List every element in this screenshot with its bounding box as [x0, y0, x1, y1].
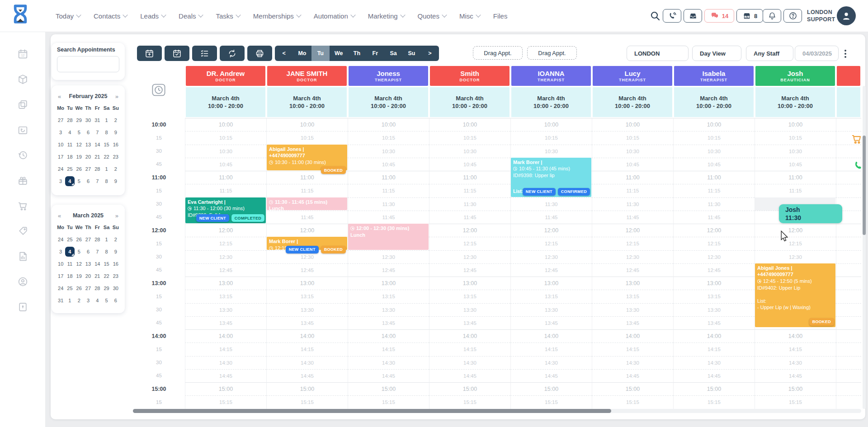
nav-item-automation[interactable]: Automation: [314, 12, 355, 20]
time-cell[interactable]: 10:00: [348, 118, 429, 131]
time-cell[interactable]: 12:30: [510, 250, 592, 263]
time-cell[interactable]: 14:00: [429, 329, 510, 343]
time-cell[interactable]: 12:45: [429, 263, 510, 277]
calendar-day[interactable]: 19: [75, 154, 84, 160]
time-cell[interactable]: 14:00: [266, 329, 348, 343]
calendar-day[interactable]: 26: [75, 166, 84, 172]
time-cell[interactable]: 11:30: [429, 197, 510, 211]
calendar-day[interactable]: 24: [56, 237, 65, 242]
current-user-label[interactable]: LONDON SUPPORT: [807, 9, 835, 23]
time-cell[interactable]: [836, 369, 861, 382]
time-cell[interactable]: 13:30: [592, 303, 673, 316]
day-button-fr[interactable]: Fr: [366, 46, 384, 61]
time-cell[interactable]: 15:00: [185, 382, 266, 395]
task-list-button[interactable]: [192, 46, 217, 61]
calendar-day[interactable]: 1: [102, 237, 111, 242]
time-cell[interactable]: 13:30: [348, 303, 429, 316]
day-button-sa[interactable]: Sa: [384, 46, 402, 61]
time-cell[interactable]: [836, 290, 861, 303]
time-cell[interactable]: 12:00: [429, 224, 510, 237]
refresh-button[interactable]: [220, 46, 245, 61]
calendar-day[interactable]: 26: [75, 237, 84, 242]
time-cell[interactable]: 12:15: [429, 237, 510, 250]
time-cell[interactable]: 13:30: [510, 303, 592, 316]
time-cell[interactable]: 13:15: [510, 290, 592, 303]
time-cell[interactable]: [836, 224, 861, 237]
date-input[interactable]: 04/03/2025: [795, 46, 839, 61]
calendar-day[interactable]: 4: [65, 247, 74, 257]
time-cell[interactable]: 13:00: [673, 277, 755, 290]
app-logo[interactable]: [9, 4, 32, 29]
calendar-day[interactable]: 11: [65, 261, 74, 267]
more-options-kebab-icon[interactable]: [842, 48, 849, 60]
time-cell[interactable]: 11:45: [429, 211, 510, 224]
time-cell[interactable]: 11:30: [510, 197, 592, 211]
calendar-day[interactable]: 4: [65, 130, 74, 135]
time-cell[interactable]: [836, 118, 861, 131]
calendar-day[interactable]: 28: [93, 237, 102, 242]
calendar-day[interactable]: 25: [65, 237, 74, 242]
calendar-day[interactable]: 9: [111, 130, 120, 135]
time-cell[interactable]: 10:45: [592, 158, 673, 171]
next-month-icon[interactable]: »: [115, 212, 118, 219]
appointment-block[interactable]: Mark Borer |12:15 -NEW CLIENTBOOKED: [267, 237, 347, 249]
time-cell[interactable]: 13:15: [185, 290, 266, 303]
time-cell[interactable]: 14:00: [185, 329, 266, 343]
prev-month-icon[interactable]: «: [58, 212, 61, 219]
calendar-day[interactable]: 11: [65, 142, 74, 147]
time-cell[interactable]: 12:30: [673, 250, 755, 263]
nav-item-leads[interactable]: Leads: [140, 12, 165, 20]
time-cell[interactable]: [836, 329, 861, 343]
appointment-block[interactable]: Mark Borer |10:45 - 11:30 (45 mins)ID#93…: [511, 158, 591, 197]
time-cell[interactable]: 10:00: [510, 118, 592, 131]
time-cell[interactable]: 14:00: [348, 329, 429, 343]
gift-icon[interactable]: [17, 174, 28, 186]
time-cell[interactable]: [836, 303, 861, 316]
staff-header-ioanna[interactable]: IOANNATHERAPIST: [511, 66, 591, 86]
time-cell[interactable]: 13:00: [592, 277, 673, 290]
time-cell[interactable]: 13:15: [592, 290, 673, 303]
time-cell[interactable]: 14:15: [510, 343, 592, 356]
calendar-day[interactable]: 28: [93, 166, 102, 172]
calendar-day[interactable]: 13: [84, 142, 93, 147]
price-tag-icon[interactable]: [17, 225, 28, 237]
nav-item-marketing[interactable]: Marketing: [368, 12, 405, 20]
dialer-button[interactable]: [663, 9, 681, 23]
time-cell[interactable]: 14:00: [592, 329, 673, 343]
calendar-day[interactable]: 27: [84, 166, 93, 172]
time-cell[interactable]: 13:45: [185, 316, 266, 329]
time-cell[interactable]: 13:15: [348, 290, 429, 303]
nav-item-contacts[interactable]: Contacts: [94, 12, 127, 20]
day-button-tu[interactable]: Tu: [311, 46, 330, 61]
time-cell[interactable]: 10:45: [755, 158, 836, 171]
calendar-day[interactable]: 7: [93, 130, 102, 135]
time-cell[interactable]: 11:45: [266, 211, 348, 224]
time-cell[interactable]: 11:45: [348, 211, 429, 224]
calendar-day[interactable]: 16: [111, 142, 120, 147]
calendar-day[interactable]: 5: [75, 249, 84, 254]
time-cell[interactable]: [836, 277, 861, 290]
time-cell[interactable]: 10:15: [510, 131, 592, 144]
calendar-day[interactable]: 20: [84, 154, 93, 160]
time-cell[interactable]: [836, 250, 861, 263]
calendar-day[interactable]: 5: [102, 298, 111, 303]
time-cell[interactable]: 15:15: [510, 395, 592, 408]
time-cell[interactable]: 14:15: [673, 343, 755, 356]
calendar-day[interactable]: 22: [102, 273, 111, 279]
time-cell[interactable]: 12:45: [266, 263, 348, 277]
time-cell[interactable]: 13:30: [185, 303, 266, 316]
appointment-block[interactable]: 11:30 - 11:45 (15 mins)Lunch: [267, 197, 347, 210]
time-cell[interactable]: 14:15: [185, 343, 266, 356]
time-cell[interactable]: 13:15: [429, 290, 510, 303]
time-cell[interactable]: 12:00: [592, 224, 673, 237]
time-cell[interactable]: 10:00: [755, 118, 836, 131]
time-cell[interactable]: 11:45: [510, 211, 592, 224]
time-cell[interactable]: 12:00: [673, 224, 755, 237]
time-cell[interactable]: 14:45: [348, 369, 429, 382]
calendar-day[interactable]: 31: [56, 298, 65, 303]
inbox-button[interactable]: [684, 9, 702, 23]
calendar-day[interactable]: 12: [75, 142, 84, 147]
nav-item-memberships[interactable]: Memberships: [253, 12, 301, 20]
time-cell[interactable]: 12:00: [510, 224, 592, 237]
phone-floater-icon[interactable]: [854, 160, 863, 172]
